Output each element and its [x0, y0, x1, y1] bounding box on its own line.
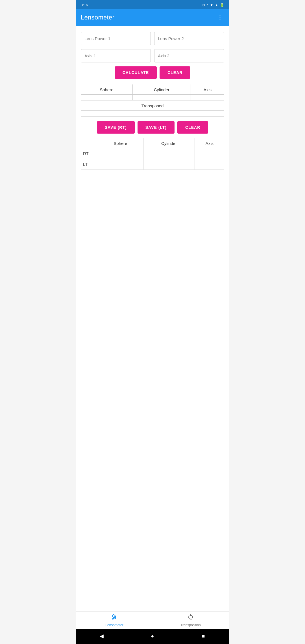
app-bar: Lensometer ⋮: [76, 9, 229, 26]
save-rt-button[interactable]: SAVE (RT): [97, 121, 135, 134]
signal-icon: ▲: [215, 3, 218, 7]
original-row: [81, 95, 224, 101]
original-sphere: [81, 95, 132, 101]
lensometer-icon: [111, 614, 118, 622]
cylinder-header: Cylinder: [132, 84, 191, 95]
rt-row: RT: [81, 148, 224, 159]
lt-cylinder: [143, 159, 195, 170]
original-cylinder: [132, 95, 191, 101]
app-title: Lensometer: [81, 14, 114, 21]
nav-lensometer-label: Lensometer: [105, 623, 123, 627]
nav-lensometer[interactable]: Lensometer: [76, 612, 152, 629]
transposition-icon: [187, 614, 194, 622]
rt-axis: [195, 148, 224, 159]
calculate-button[interactable]: CALCULATE: [115, 66, 157, 79]
saved-empty-header: [81, 138, 98, 148]
lens-power-2-input[interactable]: [154, 32, 224, 45]
lt-sphere: [98, 159, 143, 170]
calc-clear-row: CALCULATE CLEAR: [81, 66, 224, 79]
rt-cylinder: [143, 148, 195, 159]
nav-transposition[interactable]: Transposition: [152, 612, 229, 629]
transposed-axis: [177, 111, 224, 117]
rt-label: RT: [81, 148, 98, 159]
axis-row: [81, 49, 224, 62]
dot-icon: •: [207, 3, 208, 7]
bottom-nav: Lensometer Transposition: [76, 611, 229, 629]
home-button[interactable]: ●: [149, 632, 156, 640]
wifi-icon: ▼: [210, 3, 213, 7]
transposed-label: Transposed: [81, 101, 224, 111]
recents-button[interactable]: ■: [199, 632, 207, 640]
battery-icon: 🔋: [220, 3, 224, 7]
clear-button[interactable]: CLEAR: [160, 66, 190, 79]
status-time: 3:16: [81, 3, 88, 7]
transposed-table: [81, 111, 224, 117]
results-table: Sphere Cylinder Axis: [81, 84, 224, 101]
axis-header: Axis: [191, 84, 224, 95]
transposed-row: [81, 111, 224, 117]
lt-label: LT: [81, 159, 98, 170]
saved-table: Sphere Cylinder Axis RT LT: [81, 138, 224, 170]
action-buttons-row: SAVE (RT) SAVE (LT) CLEAR: [81, 121, 224, 134]
axis-2-input[interactable]: [154, 49, 224, 62]
nav-transposition-label: Transposition: [180, 623, 201, 627]
lens-power-row: [81, 32, 224, 45]
save-lt-button[interactable]: SAVE (LT): [138, 121, 175, 134]
lt-axis: [195, 159, 224, 170]
main-content: CALCULATE CLEAR Sphere Cylinder Axis Tra…: [76, 26, 229, 611]
rt-sphere: [98, 148, 143, 159]
lt-row: LT: [81, 159, 224, 170]
system-nav-bar: ◀ ● ■: [76, 629, 229, 644]
lens-power-1-input[interactable]: [81, 32, 151, 45]
sphere-header: Sphere: [81, 84, 132, 95]
saved-cylinder-header: Cylinder: [143, 138, 195, 148]
transposed-sphere: [81, 111, 128, 117]
transposed-cylinder: [128, 111, 177, 117]
status-bar: 3:16 ⚙ • ▼ ▲ 🔋: [76, 0, 229, 9]
back-button[interactable]: ◀: [98, 632, 106, 640]
saved-axis-header: Axis: [195, 138, 224, 148]
saved-sphere-header: Sphere: [98, 138, 143, 148]
more-vert-icon[interactable]: ⋮: [216, 13, 224, 22]
settings-icon: ⚙: [202, 3, 205, 7]
status-icons: ⚙ • ▼ ▲ 🔋: [202, 3, 224, 7]
axis-1-input[interactable]: [81, 49, 151, 62]
original-axis: [191, 95, 224, 101]
clear-results-button[interactable]: CLEAR: [177, 121, 208, 134]
